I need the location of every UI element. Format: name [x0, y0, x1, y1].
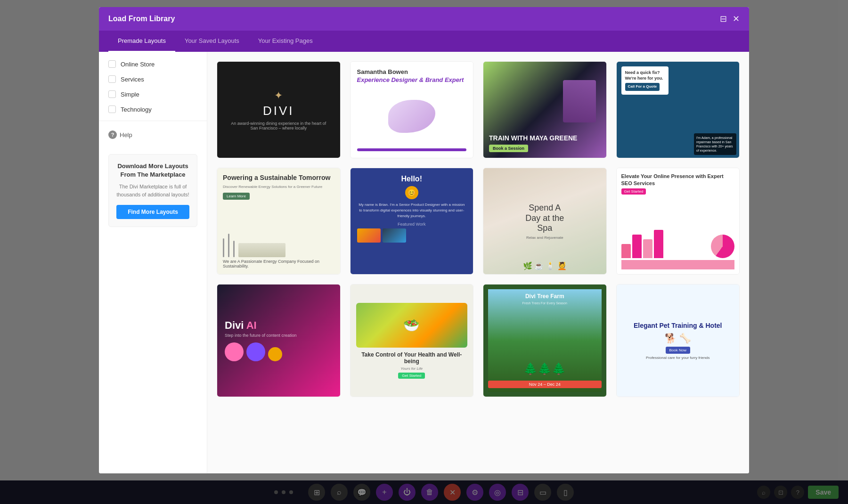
seo-cta-btn: Get Started [621, 188, 646, 195]
trainer-name: TRAIN WITH MAYA GREENE [489, 135, 601, 142]
promo-description: The Divi Marketplace is full of thousand… [116, 183, 189, 198]
cd-headline: Samantha BowenExperience Designer & Bran… [357, 68, 467, 84]
modal-body: Online Store Services Simple Technology … [99, 52, 749, 473]
sus-detail: We are A Passionate Energy Company Focus… [223, 259, 334, 268]
farm-date-badge: Nov 24 – Dec 24 [488, 381, 602, 388]
layout-preview-pet-training: Elegant Pet Training & Hotel 🐕 🦴 Book No… [617, 285, 740, 397]
cd-blob-shape [388, 100, 435, 133]
layout-card-fitness-trainer[interactable]: TRAIN WITH MAYA GREENE Book a Session Fi… [483, 61, 607, 158]
layout-preview-seo: Elevate Your Online Presence with Expert… [617, 168, 740, 274]
modal-close-button[interactable]: ✕ [733, 14, 740, 24]
dp-featured: Featured Work [357, 222, 467, 227]
layout-preview-tree-farm: Divi Tree Farm Fresh Trees For Every Sea… [483, 285, 606, 397]
farm-date-section: Nov 24 – Dec 24 [488, 381, 602, 388]
layout-preview-repairman: Need a quick fix? We're here for you. Ca… [617, 62, 740, 158]
creative-director-info: Creative Director Layout Pack [351, 158, 473, 158]
help-label: Help [120, 131, 132, 138]
fitness-trainer-info: Fitness Trainer Layout Pack [483, 158, 606, 158]
sidebar-item-services[interactable]: Services [99, 72, 207, 87]
promo-title: Download More Layouts From The Marketpla… [116, 162, 189, 179]
sidebar-promo-section: Download More Layouts From The Marketpla… [99, 145, 207, 236]
health-cta: Get Started [398, 373, 425, 379]
help-link[interactable]: ? Help [99, 125, 207, 145]
layout-card-sustainable-energy[interactable]: Powering a Sustainable Tomorrow Discover… [217, 168, 341, 275]
seo-chart-area [621, 196, 735, 258]
ai-title: Divi AI [225, 320, 257, 331]
modal-header: Load From Library ⊟ ✕ [99, 7, 749, 31]
modal-overlay: Load From Library ⊟ ✕ Premade Layouts Yo… [0, 0, 848, 504]
sidebar-item-online-store[interactable]: Online Store [99, 57, 207, 72]
layout-card-health[interactable]: 🥗 Take Control of Your Health and Well-b… [350, 284, 474, 397]
layout-card-divi-ai[interactable]: Divi AI Step into the future of content … [217, 284, 341, 397]
modal-title: Load From Library [108, 15, 175, 23]
health-signature: Yours for Life [400, 366, 423, 371]
layouts-content-area[interactable]: ✦ DIVI An award-winning dining experienc… [207, 52, 749, 473]
checkbox-technology[interactable] [108, 106, 116, 113]
layout-preview-health: 🥗 Take Control of Your Health and Well-b… [351, 285, 473, 397]
fitness-cta-btn: Book a Session [489, 145, 528, 152]
layout-preview-fitness: TRAIN WITH MAYA GREENE Book a Session [483, 62, 606, 158]
dp-bio: My name is Brian. I'm a Senior Product D… [357, 202, 467, 219]
tab-premade-layouts[interactable]: Premade Layouts [108, 31, 175, 52]
tree-farm-overlay: Divi Tree Farm Fresh Trees For Every Sea… [488, 293, 602, 307]
seo-headline: Elevate Your Online Presence with Expert… [621, 173, 735, 187]
modal-tabs: Premade Layouts Your Saved Layouts Your … [99, 31, 749, 52]
pet-headline: Elegant Pet Training & Hotel [634, 322, 722, 330]
sus-cta-btn: Learn More [223, 193, 250, 200]
sidebar-label-services: Services [121, 76, 144, 83]
sidebar-divider [99, 121, 207, 121]
sidebar-item-technology[interactable]: Technology [99, 102, 207, 117]
fine-dining-tagline: An award-winning dining experience in th… [217, 121, 340, 130]
spa-description: Relax and Rejuvenate [526, 236, 563, 240]
seo-donut-chart [711, 235, 734, 258]
tab-saved-layouts[interactable]: Your Saved Layouts [175, 31, 249, 52]
spa-info: Spa Layout Pack [483, 274, 606, 275]
health-headline: Take Control of Your Health and Well-bei… [356, 351, 468, 365]
layout-preview-design-portfolio: Hello! 😊 My name is Brian. I'm a Senior … [351, 168, 473, 274]
sidebar-label-simple: Simple [121, 91, 139, 98]
dp-avatar: 😊 [405, 186, 418, 199]
windmill-area [223, 203, 334, 257]
fitness-headline: TRAIN WITH MAYA GREENE Book a Session [489, 135, 601, 152]
spa-overlay: Spend ADay at theSpa Relax and Rejuvenat… [483, 168, 606, 274]
ai-accent: AI [246, 319, 257, 331]
spa-headline: Spend ADay at theSpa [525, 203, 564, 234]
checkbox-services[interactable] [108, 75, 116, 83]
dp-work-thumbnails [357, 228, 467, 243]
seo-pink-bar [621, 260, 735, 269]
layout-card-creative-director[interactable]: Samantha BowenExperience Designer & Bran… [350, 61, 474, 158]
layout-card-spa[interactable]: Spend ADay at theSpa Relax and Rejuvenat… [483, 168, 607, 275]
sus-subheading: Discover Renewable Energy Solutions for … [223, 185, 334, 189]
layout-preview-divi-ai: Divi AI Step into the future of content … [217, 285, 340, 397]
health-info: Health & Well-being Layout Pack [351, 397, 473, 397]
fine-dining-logo-symbol: ✦ [274, 89, 283, 102]
tree-farm-info: Divi Tree Farm Layout Pack [483, 397, 606, 397]
layout-preview-spa: Spend ADay at theSpa Relax and Rejuvenat… [483, 168, 606, 274]
ai-subtitle: Step into the future of content creation [225, 333, 297, 338]
layout-card-tree-farm[interactable]: Divi Tree Farm Fresh Trees For Every Sea… [483, 284, 607, 397]
divi-ai-info: Divi AI Layout Pack [217, 397, 340, 397]
sidebar-item-simple[interactable]: Simple [99, 87, 207, 102]
health-food-emoji: 🥗 [403, 317, 420, 333]
tab-existing-pages[interactable]: Your Existing Pages [249, 31, 322, 52]
cd-blob-area [357, 87, 467, 146]
layout-card-seo-specialist[interactable]: Elevate Your Online Presence with Expert… [616, 168, 740, 275]
quote-btn: Call For a Quote [625, 83, 660, 90]
find-more-layouts-button[interactable]: Find More Layouts [116, 205, 189, 219]
layout-card-fine-dining[interactable]: ✦ DIVI An award-winning dining experienc… [217, 61, 341, 158]
layout-card-design-portfolio[interactable]: Hello! 😊 My name is Brian. I'm a Senior … [350, 168, 474, 275]
layouts-grid: ✦ DIVI An award-winning dining experienc… [217, 61, 740, 397]
bio-box: I'm Adam, a professional repairman based… [694, 133, 736, 155]
checkbox-simple[interactable] [108, 90, 116, 98]
layout-preview-sustainable: Powering a Sustainable Tomorrow Discover… [217, 168, 340, 274]
seo-specialist-info: SEO Specialist Layout Pack [617, 274, 740, 275]
layout-card-repairman[interactable]: Need a quick fix? We're here for you. Ca… [616, 61, 740, 158]
help-icon: ? [108, 130, 117, 139]
sidebar-label-technology: Technology [121, 106, 152, 113]
checkbox-online-store[interactable] [108, 60, 116, 68]
sus-headline: Powering a Sustainable Tomorrow [223, 174, 334, 182]
quick-fix-box: Need a quick fix? We're here for you. Ca… [621, 66, 669, 95]
modal-settings-button[interactable]: ⊟ [720, 14, 727, 24]
layout-card-pet-training[interactable]: Elegant Pet Training & Hotel 🐕 🦴 Book No… [616, 284, 740, 397]
sustainable-energy-info: Sustainable Energy Layout Pack [217, 274, 340, 275]
